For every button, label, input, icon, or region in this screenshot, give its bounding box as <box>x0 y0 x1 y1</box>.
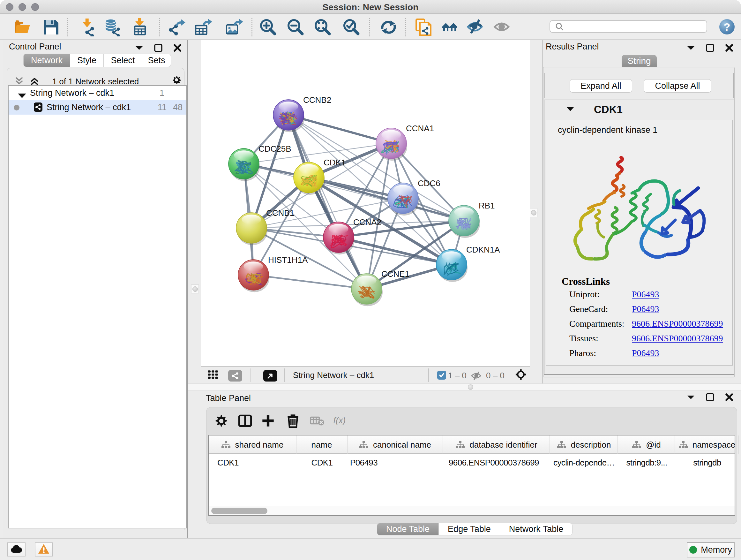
column-header-shared-name[interactable]: shared name <box>209 435 296 454</box>
table-settings-gear-icon[interactable] <box>212 412 230 430</box>
results-panel-title: Results Panel <box>546 42 599 52</box>
results-tab-string[interactable]: String <box>622 55 657 67</box>
column-header-database-identifier[interactable]: database identifier <box>443 435 550 454</box>
table-tab-node-table[interactable]: Node Table <box>377 523 439 536</box>
column-header-canonical-name[interactable]: canonical name <box>347 435 443 454</box>
table-cell[interactable]: 9606.ENSP00000378699 <box>443 455 550 471</box>
show-all-icon[interactable] <box>492 17 513 37</box>
warnings-button[interactable] <box>35 543 53 557</box>
column-header-name[interactable]: name <box>296 435 347 454</box>
crosslink-link[interactable]: P06493 <box>632 348 659 358</box>
function-builder-icon: f(x) <box>333 412 351 430</box>
open-in-new-window-icon[interactable] <box>263 370 277 381</box>
selected-nodes-checkbox-icon[interactable] <box>437 371 446 380</box>
float-panel-icon[interactable] <box>153 43 164 53</box>
export-image-icon[interactable] <box>223 17 244 37</box>
network-collection-row[interactable]: String Network – cdk1 1 <box>9 86 186 100</box>
panel-menu-icon[interactable] <box>134 43 145 53</box>
node-CCNA1[interactable]: CCNA1 <box>376 124 434 161</box>
table-cell[interactable]: cyclin-dependent ... <box>550 455 618 471</box>
edge-CCNE1-HIST1H1A[interactable] <box>253 275 367 289</box>
node-CCNB2[interactable]: CCNB2 <box>273 95 331 132</box>
export-network-icon[interactable] <box>166 17 187 37</box>
table-cell[interactable]: P06493 <box>347 455 443 471</box>
column-header-description[interactable]: description <box>550 435 618 454</box>
import-table-file-icon[interactable] <box>130 17 150 37</box>
zoom-fit-icon[interactable] <box>312 17 333 37</box>
node-CDC25B[interactable]: CDC25B <box>228 144 291 181</box>
table-panel-menu-icon[interactable] <box>685 392 696 402</box>
control-tab-network[interactable]: Network <box>23 54 70 67</box>
zoom-in-icon[interactable] <box>258 17 278 37</box>
control-tab-sets[interactable]: Sets <box>142 54 171 67</box>
network-row[interactable]: String Network – cdk1 11 48 <box>9 100 186 115</box>
node-CDC6[interactable]: CDC6 <box>388 179 441 215</box>
import-network-file-icon[interactable] <box>77 17 97 37</box>
results-close-panel-icon[interactable] <box>724 43 735 53</box>
results-panel-menu-icon[interactable] <box>685 43 696 53</box>
memory-button[interactable]: Memory <box>687 542 735 557</box>
right-splitter[interactable] <box>530 40 542 383</box>
left-splitter[interactable] <box>189 40 201 383</box>
hide-selected-icon[interactable] <box>465 17 486 37</box>
table-horizontal-scrollbar[interactable] <box>209 506 735 515</box>
crosslink-link[interactable]: 9606.ENSP00000378699 <box>632 333 723 344</box>
table-scrollbar-thumb[interactable] <box>211 508 267 514</box>
help-button[interactable]: ? <box>719 19 735 35</box>
table-close-panel-icon[interactable] <box>724 392 735 402</box>
zoom-selected-icon[interactable] <box>341 17 361 37</box>
crosslink-link[interactable]: 9606.ENSP00000378699 <box>632 319 723 329</box>
protein-structure-image <box>566 153 713 275</box>
clone-network-icon[interactable] <box>413 17 433 37</box>
node-RB1[interactable]: RB1 <box>449 201 495 238</box>
zoom-out-icon[interactable] <box>285 17 306 37</box>
edge-CDK1-RB1[interactable] <box>309 178 464 221</box>
cdk1-section-header[interactable]: CDK1 <box>544 100 734 119</box>
table-float-panel-icon[interactable] <box>704 392 716 402</box>
network-options-gear-icon[interactable] <box>171 74 182 85</box>
collapse-all-button[interactable]: Collapse All <box>644 79 711 92</box>
horizontal-splitter[interactable] <box>188 383 741 390</box>
crosslink-link[interactable]: P06493 <box>632 304 659 314</box>
node-CDKN1A[interactable]: CDKN1A <box>436 245 500 282</box>
search-input[interactable] <box>567 21 706 32</box>
birdseye-crosshair-icon[interactable] <box>515 369 526 380</box>
column-header-namespace[interactable]: namespace <box>675 435 739 454</box>
crosslink-link[interactable]: P06493 <box>632 289 659 300</box>
table-tab-network-table[interactable]: Network Table <box>500 523 573 536</box>
open-session-icon[interactable] <box>13 17 33 37</box>
collection-expander-icon[interactable] <box>17 91 27 101</box>
node-CDK1[interactable]: CDK1 <box>293 158 346 195</box>
split-view-icon[interactable] <box>236 412 254 430</box>
cloud-button[interactable] <box>7 543 25 557</box>
close-panel-icon[interactable] <box>172 43 183 53</box>
control-tab-style[interactable]: Style <box>70 54 104 67</box>
cdk1-expander-icon[interactable] <box>566 107 575 113</box>
network-canvas[interactable]: CCNB2 CCNA1 CDC25B CDK1 CDC6 RB1 <box>201 40 530 366</box>
column-header--id[interactable]: @id <box>618 435 675 454</box>
refresh-view-icon[interactable] <box>378 17 398 37</box>
right-splitter-handle[interactable] <box>530 208 537 217</box>
left-splitter-handle[interactable] <box>191 285 199 294</box>
node-HIST1H1A[interactable]: HIST1H1A <box>238 255 308 292</box>
add-column-icon[interactable] <box>259 412 277 430</box>
horizontal-splitter-handle[interactable] <box>468 384 473 390</box>
main-toolbar: ? <box>0 15 741 40</box>
first-neighbors-icon[interactable] <box>440 17 461 37</box>
table-cell[interactable]: CDK1 <box>209 455 296 471</box>
save-session-icon[interactable] <box>41 17 61 37</box>
results-float-panel-icon[interactable] <box>704 43 716 53</box>
delete-column-icon[interactable] <box>284 412 302 430</box>
birdseye-grid-icon[interactable] <box>208 369 219 380</box>
import-network-database-icon[interactable] <box>103 17 123 37</box>
table-cell[interactable]: stringdb <box>675 455 739 471</box>
control-tab-select[interactable]: Select <box>104 54 142 67</box>
expand-all-button[interactable]: Expand All <box>569 79 632 92</box>
table-cell[interactable]: stringdb:9... <box>618 455 675 471</box>
table-cell[interactable]: CDK1 <box>296 455 347 471</box>
table-tab-edge-table[interactable]: Edge Table <box>439 523 500 536</box>
search-box[interactable] <box>549 20 707 33</box>
statusbar-separator <box>251 368 251 382</box>
export-table-icon[interactable] <box>192 17 213 37</box>
network-share-badge-icon[interactable] <box>228 370 242 381</box>
